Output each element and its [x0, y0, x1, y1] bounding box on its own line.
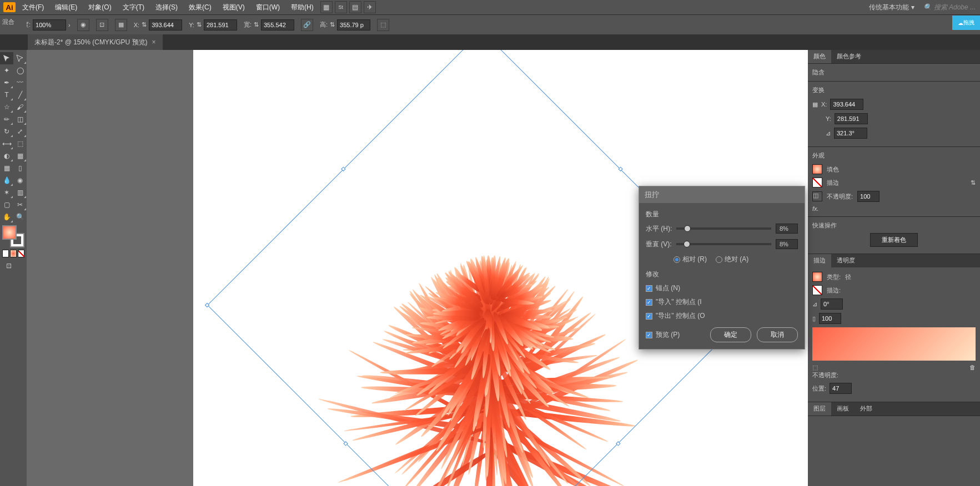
fill-swatch[interactable]	[2, 225, 17, 240]
vertical-value[interactable]: 8%	[776, 239, 798, 249]
menu-select[interactable]: 选择(S)	[151, 1, 182, 14]
none-mode[interactable]	[18, 250, 24, 257]
menu-effect[interactable]: 效果(C)	[184, 1, 216, 14]
stroke-stepper[interactable]: ⇅	[971, 179, 976, 186]
tab-transparency[interactable]: 透明度	[831, 254, 861, 267]
gradient-tool[interactable]: ▯	[13, 162, 27, 174]
line-tool[interactable]: ╱	[13, 89, 27, 101]
perspective-tool[interactable]: ▦	[13, 150, 27, 162]
out-control-checkbox[interactable]: ✓"导出" 控制点 (O	[646, 311, 798, 321]
eraser-tool[interactable]: ◫	[13, 113, 27, 125]
paintbrush-tool[interactable]: 🖌	[13, 101, 27, 113]
fill-color[interactable]	[812, 164, 822, 174]
direct-selection-tool[interactable]	[13, 52, 27, 64]
menu-type[interactable]: 文字(T)	[118, 1, 149, 14]
constrain-icon[interactable]: 🔗	[301, 19, 313, 31]
menu-icon-1[interactable]: ▦	[320, 1, 333, 13]
preview-checkbox[interactable]: ✓预览 (P)	[646, 330, 680, 340]
menu-icon-4[interactable]: ✈	[364, 1, 376, 13]
pen-tool[interactable]: ✒	[0, 77, 13, 89]
scale-tool[interactable]: ⤢	[13, 125, 27, 138]
slice-tool[interactable]: ✂	[13, 199, 27, 211]
free-transform-tool[interactable]: ⬚	[13, 138, 27, 150]
transform-angle[interactable]	[834, 128, 867, 139]
eyedropper-tool[interactable]: 💧	[0, 174, 13, 186]
menu-view[interactable]: 视图(V)	[218, 1, 249, 14]
fill-stroke-swatch[interactable]	[2, 225, 24, 247]
shape-mode-icon[interactable]: ⬚	[377, 19, 389, 31]
ref-point-icon[interactable]: ▦	[812, 101, 818, 108]
h-input[interactable]	[337, 19, 370, 31]
in-control-checkbox[interactable]: ✓"导入" 控制点 (I	[646, 297, 798, 307]
horizontal-value[interactable]: 8%	[776, 224, 798, 234]
tab-color-guide[interactable]: 颜色参考	[831, 50, 867, 63]
x-input[interactable]	[149, 19, 182, 31]
horizontal-slider[interactable]	[676, 227, 771, 230]
align-icon[interactable]: ⊡	[96, 19, 108, 31]
tab-external[interactable]: 外部	[855, 402, 878, 416]
tab-layers[interactable]: 图层	[808, 402, 831, 416]
type-tool[interactable]: T	[0, 89, 13, 101]
lasso-tool[interactable]: ◯	[13, 64, 27, 77]
opacity-box[interactable]: ◫	[812, 191, 822, 201]
menu-icon-3[interactable]: ▤	[349, 1, 361, 13]
graph-tool[interactable]: ▥	[13, 186, 27, 199]
mesh-tool[interactable]: ▦	[0, 162, 13, 174]
cancel-button[interactable]: 取消	[757, 327, 798, 342]
ok-button[interactable]: 确定	[710, 327, 751, 342]
transform-x[interactable]	[830, 99, 863, 110]
grad-trash-icon[interactable]: ⬚	[812, 364, 818, 371]
appearance-opacity[interactable]	[857, 191, 880, 202]
hand-tool[interactable]: ✋	[0, 211, 13, 223]
workspace-switcher[interactable]: 传统基本功能 ▾	[866, 2, 918, 13]
gradient-preview[interactable]	[812, 327, 976, 361]
screen-mode[interactable]: ⊡	[2, 260, 16, 272]
shape-builder-tool[interactable]: ◐	[0, 150, 13, 162]
selection-tool[interactable]	[0, 52, 13, 64]
grad-ratio[interactable]	[819, 313, 841, 324]
menu-edit[interactable]: 编辑(E)	[51, 1, 82, 14]
style-icon[interactable]: ◉	[77, 19, 89, 31]
document-tab[interactable]: 未标题-2* @ 150% (CMYK/GPU 预览) ×	[28, 34, 163, 50]
shaper-tool[interactable]: ✏	[0, 113, 13, 125]
dialog-title[interactable]: 扭拧	[639, 186, 805, 203]
link-icon-3[interactable]: ⇅	[254, 21, 259, 28]
opacity-chevron[interactable]: ›	[68, 22, 71, 28]
stroke-color[interactable]	[812, 178, 822, 188]
zoom-tool[interactable]: 🔍	[13, 211, 27, 223]
fx-button[interactable]: fx.	[812, 205, 976, 212]
color-mode[interactable]	[2, 250, 9, 257]
link-icon[interactable]: ⇅	[142, 21, 147, 28]
magic-wand-tool[interactable]: ✦	[0, 64, 13, 77]
symbol-sprayer-tool[interactable]: ✶	[0, 186, 13, 199]
cloud-sync-button[interactable]: ☁ 拖拽	[952, 16, 980, 30]
close-icon[interactable]: ×	[152, 38, 156, 46]
shape-tool[interactable]: ☆	[0, 101, 13, 113]
y-input[interactable]	[204, 19, 237, 31]
tab-color[interactable]: 颜色	[808, 50, 831, 63]
blend-tool[interactable]: ◉	[13, 174, 27, 186]
artboard-tool[interactable]: ▢	[0, 199, 13, 211]
width-tool[interactable]: ⟷	[0, 138, 13, 150]
grad-angle[interactable]	[821, 298, 843, 310]
menu-object[interactable]: 对象(O)	[84, 1, 115, 14]
menu-help[interactable]: 帮助(H)	[287, 1, 318, 14]
absolute-radio[interactable]: 绝对 (A)	[716, 255, 748, 264]
grad-position[interactable]	[830, 383, 852, 394]
search-field[interactable]: 🔍 搜索 Adobe ...	[923, 3, 976, 12]
gradient-mode[interactable]	[10, 250, 17, 257]
grad-delete-icon[interactable]: 🗑	[969, 364, 976, 371]
opacity-input[interactable]	[33, 19, 66, 31]
recolor-button[interactable]: 重新着色	[870, 233, 918, 247]
vertical-slider[interactable]	[676, 243, 771, 245]
tab-artboards[interactable]: 画板	[831, 402, 855, 416]
transform-y[interactable]	[835, 113, 868, 124]
anchors-checkbox[interactable]: ✓锚点 (N)	[646, 284, 798, 293]
w-input[interactable]	[261, 19, 294, 31]
rotate-tool[interactable]: ↻	[0, 125, 13, 138]
link-icon-2[interactable]: ⇅	[197, 21, 202, 28]
transform-icon[interactable]: ▦	[115, 19, 127, 31]
tab-stroke[interactable]: 描边	[808, 254, 831, 267]
curvature-tool[interactable]: 〰	[13, 77, 27, 89]
grad-stroke[interactable]	[812, 285, 822, 295]
